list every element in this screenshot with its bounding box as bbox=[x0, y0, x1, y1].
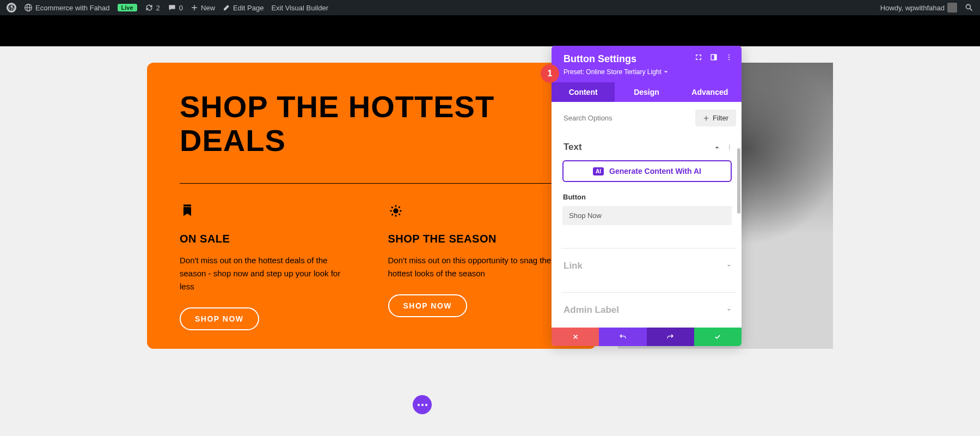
comments-link[interactable]: 0 bbox=[168, 3, 183, 12]
svg-point-14 bbox=[729, 147, 730, 148]
admin-bar: Ecommerce with Fahad Live 2 0 New Edit P… bbox=[0, 0, 980, 15]
preset-selector[interactable]: Preset: Online Store Tertiary Light bbox=[564, 68, 733, 76]
svg-point-10 bbox=[728, 55, 730, 56]
updates-link[interactable]: 2 bbox=[145, 3, 160, 12]
close-icon bbox=[572, 333, 579, 341]
undo-button[interactable] bbox=[599, 328, 646, 346]
refresh-icon bbox=[145, 3, 154, 12]
exit-builder-link[interactable]: Exit Visual Builder bbox=[271, 4, 328, 12]
svg-point-13 bbox=[729, 145, 730, 146]
svg-point-7 bbox=[393, 209, 398, 214]
chevron-down-icon bbox=[725, 306, 733, 314]
svg-point-4 bbox=[966, 4, 970, 9]
svg-point-12 bbox=[728, 59, 730, 60]
filter-button[interactable]: Filter bbox=[695, 110, 736, 126]
sun-gear-icon bbox=[388, 203, 403, 219]
close-button[interactable] bbox=[552, 328, 599, 346]
edit-page-label: Edit Page bbox=[233, 4, 264, 12]
shop-now-button-1[interactable]: SHOP NOW bbox=[180, 307, 259, 330]
section-text: Text AI Generate Content With AI Button bbox=[561, 137, 736, 245]
button-field-label: Button bbox=[563, 193, 736, 201]
main-canvas: SHOP THE HOTTEST DEALS ON SALE Don't mis… bbox=[0, 46, 980, 349]
filter-label: Filter bbox=[713, 114, 728, 122]
svg-line-5 bbox=[970, 9, 972, 11]
account-link[interactable]: Howdy, wpwithfahad bbox=[880, 3, 957, 13]
black-header-section bbox=[0, 15, 980, 46]
comments-count: 0 bbox=[179, 4, 183, 12]
feature-title-1: ON SALE bbox=[180, 233, 356, 245]
tab-advanced[interactable]: Advanced bbox=[678, 82, 742, 102]
ai-btn-label: Generate Content With AI bbox=[609, 167, 701, 175]
feature-title-2: SHOP THE SEASON bbox=[388, 233, 564, 245]
features-row: ON SALE Don't miss out on the hottest de… bbox=[180, 203, 564, 330]
section-link-title: Link bbox=[564, 261, 583, 271]
site-name-label: Ecommerce with Fahad bbox=[35, 4, 110, 12]
scrollbar-thumb[interactable] bbox=[737, 148, 740, 214]
panel-title: Button Settings bbox=[564, 53, 636, 65]
snap-icon[interactable] bbox=[710, 53, 718, 61]
ai-badge: AI bbox=[593, 167, 604, 175]
pencil-icon bbox=[223, 4, 230, 11]
live-badge: Live bbox=[118, 4, 137, 11]
section-link: Link bbox=[561, 248, 736, 289]
panel-tabs: Content Design Advanced bbox=[552, 82, 742, 102]
module-fab[interactable] bbox=[413, 395, 432, 414]
redo-icon bbox=[666, 333, 674, 341]
hero-title: SHOP THE HOTTEST DEALS bbox=[180, 90, 564, 157]
globe-icon bbox=[24, 3, 33, 12]
plus-icon bbox=[191, 4, 198, 11]
more-vertical-icon[interactable] bbox=[725, 53, 733, 61]
comment-icon bbox=[168, 3, 176, 12]
plus-icon bbox=[703, 115, 709, 122]
feature-text-2: Don't miss out on this opportunity to sn… bbox=[388, 254, 564, 280]
undo-icon bbox=[619, 333, 627, 341]
feature-on-sale: ON SALE Don't miss out on the hottest de… bbox=[180, 203, 356, 330]
chevron-down-icon bbox=[725, 262, 733, 270]
site-name-link[interactable]: Ecommerce with Fahad bbox=[24, 3, 110, 12]
bookmark-icon bbox=[180, 203, 195, 219]
chevron-down-icon bbox=[664, 70, 668, 74]
search-toggle[interactable] bbox=[965, 3, 973, 12]
updates-count: 2 bbox=[156, 4, 160, 12]
check-icon bbox=[714, 333, 721, 341]
search-options-input[interactable] bbox=[561, 110, 695, 126]
feature-shop-season: SHOP THE SEASON Don't miss out on this o… bbox=[388, 203, 564, 330]
tab-content[interactable]: Content bbox=[552, 82, 615, 102]
edit-page-link[interactable]: Edit Page bbox=[223, 4, 264, 12]
wordpress-icon bbox=[7, 3, 16, 13]
new-label: New bbox=[201, 4, 215, 12]
greeting-label: Howdy, wpwithfahad bbox=[880, 4, 945, 12]
step-badge: 1 bbox=[541, 64, 559, 83]
new-link[interactable]: New bbox=[191, 4, 215, 12]
section-text-title: Text bbox=[564, 142, 582, 153]
tab-design[interactable]: Design bbox=[615, 82, 678, 102]
svg-point-11 bbox=[728, 57, 730, 58]
panel-footer bbox=[552, 328, 742, 346]
divider bbox=[180, 183, 564, 184]
save-button[interactable] bbox=[694, 328, 742, 346]
search-icon bbox=[965, 3, 973, 12]
redo-button[interactable] bbox=[647, 328, 694, 346]
svg-point-15 bbox=[729, 149, 730, 150]
shop-now-button-2[interactable]: SHOP NOW bbox=[388, 294, 468, 317]
avatar bbox=[947, 3, 957, 13]
exit-builder-label: Exit Visual Builder bbox=[271, 4, 328, 12]
panel-body: Filter Text AI Generate Content With AI … bbox=[552, 102, 742, 328]
expand-icon[interactable] bbox=[695, 53, 702, 61]
chevron-up-icon bbox=[713, 143, 721, 151]
panel-header: Button Settings Preset: Online Store Ter… bbox=[552, 46, 742, 82]
settings-panel: Button Settings Preset: Online Store Ter… bbox=[552, 46, 742, 346]
svg-rect-9 bbox=[714, 55, 716, 60]
section-admin-label-title: Admin Label bbox=[564, 305, 619, 316]
hero-card: SHOP THE HOTTEST DEALS ON SALE Don't mis… bbox=[147, 63, 596, 349]
wordpress-logo[interactable] bbox=[7, 3, 16, 13]
section-text-header[interactable]: Text bbox=[561, 137, 736, 160]
panel-scrollbar[interactable] bbox=[737, 148, 740, 295]
button-text-input[interactable] bbox=[562, 206, 732, 225]
generate-ai-button[interactable]: AI Generate Content With AI bbox=[562, 160, 732, 182]
more-vertical-icon[interactable] bbox=[726, 144, 733, 150]
section-admin-label-header[interactable]: Admin Label bbox=[561, 300, 736, 323]
preset-label: Preset: Online Store Tertiary Light bbox=[564, 68, 661, 76]
dots-icon bbox=[418, 404, 427, 406]
section-link-header[interactable]: Link bbox=[561, 256, 736, 279]
